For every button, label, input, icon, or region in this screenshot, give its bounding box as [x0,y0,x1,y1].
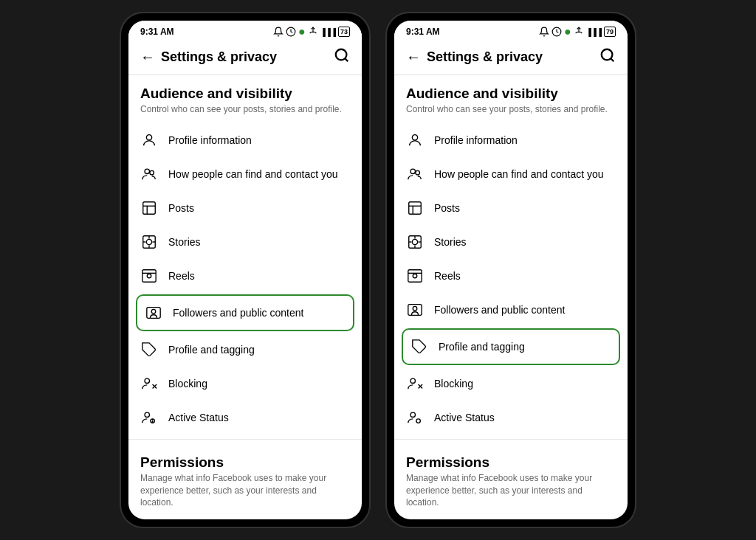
profile-icon-2 [406,131,424,149]
svg-point-5 [150,170,154,175]
profile-info-label-2: Profile information [434,134,518,146]
tagging-icon-1 [140,341,158,359]
content-1: Audience and visibility Control who can … [128,75,362,519]
stories-icon-2 [406,233,424,251]
menu-item-find-1[interactable]: How people can find and contact you [128,157,362,191]
status-bar-1: 9:31 AM ● ▐▐▐ 73 [128,21,362,41]
blocking-icon-2 [406,375,424,392]
menu-item-posts-2[interactable]: Posts [394,191,628,225]
find-icon-1 [140,165,158,183]
tagging-label-2: Profile and tagging [439,341,525,353]
menu-item-profile-info-2[interactable]: Profile information [394,123,628,157]
menu-item-tagging-2[interactable]: Profile and tagging [402,328,620,365]
stories-label-2: Stories [434,236,467,248]
posts-label-1: Posts [168,202,194,214]
stories-label-1: Stories [168,236,201,248]
followers-label-2: Followers and public content [434,304,565,316]
audience-title-1: Audience and visibility [128,75,362,103]
svg-point-50 [413,306,417,311]
svg-point-3 [146,134,151,139]
svg-rect-6 [143,202,156,215]
tagging-label-1: Profile and tagging [168,344,255,356]
svg-point-56 [416,419,421,423]
search-button-1[interactable] [334,47,350,67]
menu-item-blocking-2[interactable]: Blocking [394,367,628,401]
permissions-subtitle-1: Manage what info Facebook uses to make y… [128,472,362,516]
menu-item-active-1[interactable]: Active Status [128,401,362,435]
menu-item-blocking-1[interactable]: Blocking [128,367,362,401]
header-1: ← Settings & privacy [128,41,362,75]
find-icon-2 [406,165,424,183]
search-button-2[interactable] [599,47,616,67]
svg-point-27 [152,421,153,422]
find-label-2: How people can find and contact you [434,168,604,180]
posts-icon-1 [140,199,158,217]
phone-2-screen: 9:31 AM ● ▐▐▐ 79 ← Settings & privacy [394,21,628,519]
permissions-section-2: Permissions Manage what info Facebook us… [394,444,628,519]
active-label-1: Active Status [168,412,229,423]
followers-icon-1 [145,304,162,322]
tagging-icon-2 [410,338,428,356]
svg-point-32 [602,49,613,60]
active-icon-2 [406,409,424,426]
menu-item-tagging-1[interactable]: Profile and tagging [128,333,362,367]
phone-1: 9:31 AM ● ▐▐▐ 73 ← Settings & privacy [120,12,371,528]
menu-item-posts-1[interactable]: Posts [128,191,362,225]
active-icon-1 [140,409,158,426]
status-bar-2: 9:31 AM ● ▐▐▐ 79 [394,21,628,41]
svg-line-33 [611,58,614,61]
profile-info-label-1: Profile information [168,134,252,146]
menu-item-ad-1[interactable]: Ad preferences [128,516,362,519]
menu-item-followers-1[interactable]: Followers and public content [136,294,354,331]
reels-label-2: Reels [434,270,461,282]
header-title-1: Settings & privacy [161,49,277,65]
menu-item-reels-2[interactable]: Reels [394,259,628,293]
content-2: Audience and visibility Control who can … [394,75,628,519]
svg-rect-15 [142,270,156,283]
followers-icon-2 [406,301,424,319]
permissions-section-1: Permissions Manage what info Facebook us… [128,444,362,519]
audience-subtitle-1: Control who can see your posts, stories … [128,103,362,123]
svg-point-36 [416,170,420,175]
menu-item-stories-1[interactable]: Stories [128,225,362,259]
header-title-2: Settings & privacy [427,49,543,65]
menu-item-find-2[interactable]: How people can find and contact you [394,157,628,191]
menu-item-active-2[interactable]: Active Status [394,401,628,435]
reels-icon-2 [406,267,424,285]
svg-point-19 [151,309,156,314]
svg-point-52 [410,378,415,383]
status-time-2: 9:31 AM [406,27,440,37]
followers-label-1: Followers and public content [173,307,303,319]
svg-point-4 [145,169,149,173]
posts-icon-2 [406,199,424,217]
audience-title-2: Audience and visibility [394,75,628,103]
active-label-2: Active Status [434,412,495,423]
back-button-2[interactable]: ← [406,49,421,66]
phones-container: 9:31 AM ● ▐▐▐ 73 ← Settings & privacy [105,0,651,540]
posts-label-2: Posts [434,202,460,214]
svg-point-16 [147,274,151,278]
status-time-1: 9:31 AM [140,27,174,37]
svg-point-35 [410,169,415,173]
svg-point-55 [410,412,415,417]
blocking-label-2: Blocking [434,378,473,390]
menu-item-stories-2[interactable]: Stories [394,225,628,259]
menu-item-reels-1[interactable]: Reels [128,259,362,293]
divider-1 [128,439,362,440]
permissions-title-1: Permissions [128,444,362,472]
svg-point-24 [145,412,149,417]
reels-label-1: Reels [168,270,195,282]
back-button-1[interactable]: ← [140,49,155,66]
svg-point-41 [412,239,417,244]
svg-point-47 [413,274,417,278]
menu-item-profile-info-1[interactable]: Profile information [128,123,362,157]
svg-rect-37 [409,202,422,215]
audience-subtitle-2: Control who can see your posts, stories … [394,103,628,123]
svg-point-34 [412,134,417,139]
stories-icon-1 [140,233,158,251]
permissions-title-2: Permissions [394,444,628,472]
menu-item-followers-2[interactable]: Followers and public content [394,293,628,327]
menu-item-ad-2[interactable]: Ad preferences [394,516,628,519]
blocking-label-1: Blocking [168,378,207,390]
svg-point-1 [336,49,347,60]
